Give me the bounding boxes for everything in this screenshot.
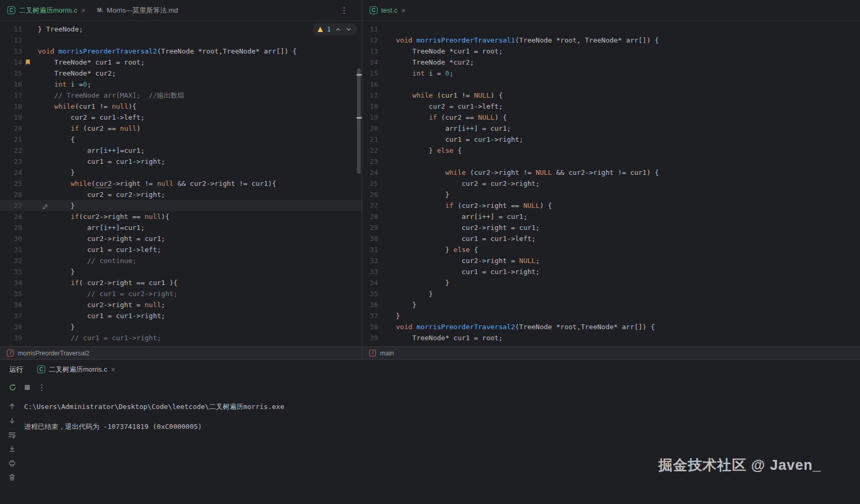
code-line[interactable]: 17 while (cur1 != NULL) {	[362, 90, 860, 101]
down-stack-trace-button[interactable]	[7, 416, 17, 425]
code-line[interactable]: 29 cur2->right = cur1;	[362, 222, 860, 233]
code-line[interactable]: 29 arr[i++]=cur1;	[0, 222, 362, 233]
code-line[interactable]: 27 }	[0, 200, 362, 211]
line-number[interactable]: 17	[362, 90, 378, 101]
code-line[interactable]: 30 cur1 = cur1->left;	[362, 233, 860, 244]
close-icon[interactable]: ×	[81, 6, 86, 14]
code-line[interactable]: 32 cur2->right = NULL;	[362, 255, 860, 266]
line-number[interactable]: 14	[0, 57, 22, 68]
line-number[interactable]: 26	[0, 189, 22, 200]
soft-wrap-button[interactable]	[7, 430, 17, 439]
line-number[interactable]: 19	[362, 112, 378, 123]
tab-morris-md[interactable]: M↓ Morris---莫里斯算法.md	[91, 0, 184, 20]
code-line[interactable]: 14 TreeNode *cur2;	[362, 57, 860, 68]
code-line[interactable]: 28 arr[i++] = cur1;	[362, 211, 860, 222]
stop-button[interactable]	[25, 385, 30, 390]
code-line[interactable]: 38 }	[0, 321, 362, 332]
line-number[interactable]: 12	[362, 35, 378, 46]
code-line[interactable]: 34 if( cur2->right == cur1 ){	[0, 277, 362, 288]
code-line[interactable]: 39 // cur1 = cur1->right;	[0, 332, 362, 343]
code-line[interactable]: 30 cur2->right = cur1;	[0, 233, 362, 244]
code-line[interactable]: 31 } else {	[362, 244, 860, 255]
line-number[interactable]: 34	[362, 277, 378, 288]
line-number[interactable]: 22	[0, 145, 22, 156]
line-number[interactable]: 30	[362, 233, 378, 244]
line-number[interactable]: 25	[0, 178, 22, 189]
code-line[interactable]: 11} TreeNode;	[0, 24, 362, 35]
tab-options-kebab-icon[interactable]: ⋮	[340, 6, 348, 15]
chevron-down-icon[interactable]	[345, 26, 352, 33]
tab-morris-c[interactable]: C 二叉树遍历morris.c ×	[2, 0, 91, 20]
code-line[interactable]: 13void morrisPreorderTraversal2(TreeNode…	[0, 46, 362, 57]
code-line[interactable]: 33 }	[0, 266, 362, 277]
code-line[interactable]: 26 cur2 = cur2->right;	[0, 189, 362, 200]
code-line[interactable]: 31 cur1 = cur1->left;	[0, 244, 362, 255]
line-number[interactable]: 37	[0, 310, 22, 321]
line-number[interactable]: 35	[0, 288, 22, 299]
up-stack-trace-button[interactable]	[7, 402, 17, 411]
code-line[interactable]: 23 cur1 = cur1->right;	[0, 156, 362, 167]
line-number[interactable]: 16	[362, 79, 378, 90]
right-editor[interactable]: 1112void morrisPreorderTraversal1(TreeNo…	[362, 21, 860, 346]
close-icon[interactable]: ×	[401, 6, 406, 14]
line-number[interactable]: 38	[0, 321, 22, 332]
line-number[interactable]: 37	[362, 310, 378, 321]
line-number[interactable]: 31	[0, 244, 22, 255]
line-number[interactable]: 11	[362, 24, 378, 35]
run-options-kebab-icon[interactable]: ⋮	[38, 383, 46, 392]
line-number[interactable]: 38	[362, 321, 378, 332]
line-number[interactable]: 16	[0, 79, 22, 90]
clear-all-button[interactable]	[7, 472, 17, 482]
line-number[interactable]: 17	[0, 90, 22, 101]
line-number[interactable]: 31	[362, 244, 378, 255]
scroll-to-end-button[interactable]	[7, 444, 17, 454]
scrollbar[interactable]	[357, 68, 361, 174]
line-number[interactable]: 36	[0, 299, 22, 310]
line-number[interactable]: 13	[362, 46, 378, 57]
line-number[interactable]: 15	[362, 68, 378, 79]
line-number[interactable]: 18	[362, 101, 378, 112]
line-number[interactable]: 14	[362, 57, 378, 68]
line-number[interactable]: 23	[362, 156, 378, 167]
code-line[interactable]: 36 cur2->right = null;	[0, 299, 362, 310]
line-number[interactable]: 36	[362, 299, 378, 310]
code-line[interactable]: 13 TreeNode *cur1 = root;	[362, 46, 860, 57]
print-button[interactable]	[7, 458, 17, 468]
line-number[interactable]: 27	[362, 200, 378, 211]
code-line[interactable]: 16	[362, 79, 860, 90]
line-number[interactable]: 29	[362, 222, 378, 233]
line-number[interactable]: 32	[362, 255, 378, 266]
code-line[interactable]: 12void morrisPreorderTraversal1(TreeNode…	[362, 35, 860, 46]
inspection-widget[interactable]: 1	[313, 24, 356, 35]
chevron-up-icon[interactable]	[335, 26, 341, 33]
code-line[interactable]: 25 cur2 = cur2->right;	[362, 178, 860, 189]
code-line[interactable]: 28 if(cur2->right == null){	[0, 211, 362, 222]
code-line[interactable]: 34 }	[362, 277, 860, 288]
code-line[interactable]: 19 cur2 = cur1->left;	[0, 112, 362, 123]
code-line[interactable]: 22 arr[i++]=cur1;	[0, 145, 362, 156]
line-number[interactable]: 33	[0, 266, 22, 277]
line-number[interactable]: 23	[0, 156, 22, 167]
code-line[interactable]: 32 // continue;	[0, 255, 362, 266]
line-number[interactable]: 24	[362, 167, 378, 178]
code-line[interactable]: 19 if (cur2 == NULL) {	[362, 112, 860, 123]
code-line[interactable]: 24 while (cur2->right != NULL && cur2->r…	[362, 167, 860, 178]
line-number[interactable]: 21	[362, 134, 378, 145]
code-line[interactable]: 11	[362, 24, 860, 35]
line-number[interactable]: 11	[0, 24, 22, 35]
code-line[interactable]: 16 int i =0;	[0, 79, 362, 90]
line-number[interactable]: 28	[0, 211, 22, 222]
line-number[interactable]: 18	[0, 101, 22, 112]
line-number[interactable]: 27	[0, 200, 22, 211]
left-editor[interactable]: 11} TreeNode;1213void morrisPreorderTrav…	[0, 21, 362, 346]
line-number[interactable]: 34	[0, 277, 22, 288]
line-number[interactable]: 35	[362, 288, 378, 299]
code-line[interactable]: 12	[0, 35, 362, 46]
code-line[interactable]: 22 } else {	[362, 145, 860, 156]
line-number[interactable]: 13	[0, 46, 22, 57]
close-icon[interactable]: ×	[111, 365, 116, 373]
console-output[interactable]: C:\Users\Administrator\Desktop\Code\leet…	[24, 395, 860, 504]
line-number[interactable]: 39	[0, 332, 22, 343]
line-number[interactable]: 21	[0, 134, 22, 145]
line-number[interactable]: 26	[362, 189, 378, 200]
